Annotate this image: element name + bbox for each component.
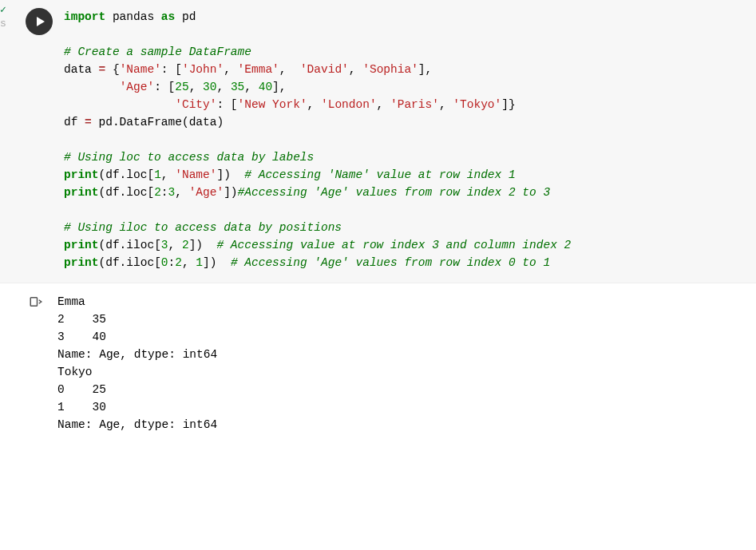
op-eq: = — [85, 116, 92, 129]
val-sophia: 'Sophia' — [362, 63, 418, 76]
val-david: 'David' — [300, 63, 349, 76]
notebook-cell: import pandas as pd # Create a sample Da… — [0, 0, 756, 433]
sq-open: [ — [231, 98, 238, 111]
expr-iloc1-open: (df.iloc[ — [99, 239, 161, 251]
expr-loc1-close: ]) — [216, 168, 230, 181]
comma: , — [244, 81, 251, 93]
num-1: 1 — [154, 168, 161, 181]
comma: , — [279, 63, 287, 76]
brace-close: } — [509, 98, 516, 111]
kw-as: as — [161, 10, 175, 23]
val-john: 'John' — [182, 63, 224, 76]
comma: , — [425, 63, 433, 76]
expr-loc2-open: (df.loc[ — [99, 186, 155, 199]
code-input-area: import pandas as pd # Create a sample Da… — [0, 0, 756, 283]
op-eq: = — [99, 63, 106, 76]
colon: : — [154, 81, 161, 93]
output-area: Emma 2 35 3 40 Name: Age, dtype: int64 T… — [0, 283, 756, 433]
out-line-1: Emma — [57, 295, 85, 308]
svg-rect-0 — [30, 298, 37, 307]
key-age: 'Age' — [189, 186, 224, 199]
comment-loc2: #Accessing 'Age' values from row index 2… — [238, 186, 551, 199]
comma: , — [279, 81, 287, 93]
comment-loc: # Using loc to access data by labels — [64, 151, 314, 164]
expr-iloc1-close: ]) — [189, 239, 203, 251]
key-city: 'City' — [175, 98, 216, 111]
val-london: 'London' — [321, 98, 377, 111]
num-2: 2 — [182, 239, 189, 251]
colon: : — [161, 63, 168, 76]
expr-loc2-close: ]) — [224, 186, 237, 199]
colon: : — [161, 186, 168, 199]
comma: , — [161, 168, 168, 181]
expr-iloc2-close: ]) — [203, 256, 216, 269]
comma: , — [377, 98, 384, 111]
var-data: data — [64, 63, 92, 76]
expr-loc1-open: (df.loc[ — [99, 168, 155, 181]
key-age: 'Age' — [120, 81, 155, 93]
out-line-6: 0 25 — [57, 383, 106, 396]
exec-time-marker: s — [0, 18, 8, 30]
comma: , — [349, 63, 356, 76]
num-3: 3 — [161, 239, 168, 251]
play-icon — [37, 17, 45, 26]
comma: , — [224, 63, 231, 76]
num-35: 35 — [231, 81, 244, 93]
comma: , — [175, 186, 182, 199]
sq-close: ] — [418, 63, 425, 76]
fn-print: print — [64, 168, 99, 181]
brace-open: { — [113, 63, 120, 76]
key-name: 'Name' — [175, 168, 216, 181]
fn-print: print — [64, 186, 99, 199]
comment-iloc1: # Accessing value at row index 3 and col… — [216, 239, 571, 251]
num-40: 40 — [259, 81, 272, 93]
code-editor[interactable]: import pandas as pd # Create a sample Da… — [64, 8, 571, 271]
comma: , — [307, 98, 315, 111]
var-df: df — [64, 116, 77, 129]
out-line-7: 1 30 — [57, 401, 106, 413]
num-2: 2 — [175, 256, 182, 269]
comment-iloc: # Using iloc to access data by positions — [64, 221, 342, 234]
comma: , — [189, 81, 196, 93]
expr-iloc2-open: (df.iloc[ — [99, 256, 161, 269]
run-cell-button[interactable] — [26, 8, 53, 35]
comma: , — [182, 256, 189, 269]
fn-print: print — [64, 239, 99, 251]
num-0: 0 — [161, 256, 168, 269]
comment-iloc2: # Accessing 'Age' values from row index … — [231, 256, 550, 269]
exec-status-check: ✓ — [0, 3, 8, 16]
out-line-8: Name: Age, dtype: int64 — [57, 418, 217, 431]
val-ny: 'New York' — [238, 98, 307, 111]
output-gutter — [0, 293, 57, 433]
num-1: 1 — [196, 256, 203, 269]
fn-print: print — [64, 256, 99, 269]
key-name: 'Name' — [120, 63, 161, 76]
num-25: 25 — [175, 81, 188, 93]
alias-pd: pd — [182, 10, 196, 23]
expr-pddf: pd.DataFrame(data) — [99, 116, 224, 129]
colon: : — [216, 98, 224, 111]
out-line-2: 2 35 — [57, 313, 106, 326]
sq-close: ] — [272, 81, 279, 93]
num-3: 3 — [168, 186, 176, 199]
num-2: 2 — [154, 186, 161, 199]
num-30: 30 — [203, 81, 216, 93]
sq-close: ] — [501, 98, 509, 111]
val-paris: 'Paris' — [390, 98, 439, 111]
comma: , — [216, 81, 224, 93]
comment-loc1: # Accessing 'Name' value at row index 1 — [244, 168, 515, 181]
mod-pandas: pandas — [113, 10, 154, 23]
sq-open: [ — [175, 63, 182, 76]
output-expand-icon[interactable] — [29, 295, 43, 433]
colon: : — [168, 256, 176, 269]
comma: , — [439, 98, 446, 111]
kw-import: import — [64, 10, 105, 23]
val-tokyo: 'Tokyo' — [453, 98, 501, 111]
comment-create: # Create a sample DataFrame — [64, 46, 251, 58]
out-line-5: Tokyo — [57, 366, 93, 378]
stdout-output: Emma 2 35 3 40 Name: Age, dtype: int64 T… — [57, 293, 217, 433]
comma: , — [168, 239, 176, 251]
out-line-3: 3 40 — [57, 330, 106, 343]
sq-open: [ — [168, 81, 176, 93]
val-emma: 'Emma' — [238, 63, 279, 76]
